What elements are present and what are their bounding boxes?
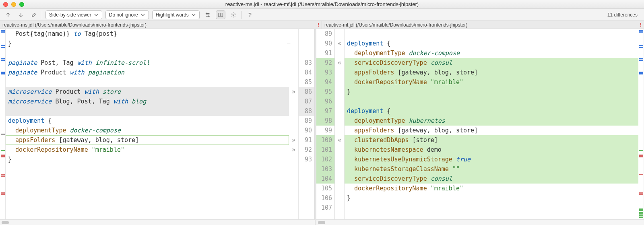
change-marker[interactable] <box>1 174 5 175</box>
right-apply-arrows: ««« <box>335 29 345 219</box>
change-marker[interactable] <box>639 217 643 218</box>
left-editor[interactable]: ⎯ Post{tag(name)} to Tag{post}} paginate… <box>0 29 315 219</box>
change-marker[interactable] <box>1 150 5 151</box>
code-line[interactable]: kubernetesNamespace demo <box>345 145 638 155</box>
code-line[interactable]: } <box>6 39 289 48</box>
scroll-thumb[interactable] <box>2 221 9 224</box>
right-editor[interactable]: 8990919293949596979899100101102103104105… <box>316 29 644 219</box>
change-marker[interactable] <box>639 30 643 31</box>
change-marker[interactable] <box>1 73 5 74</box>
change-marker[interactable] <box>1 155 5 156</box>
code-line[interactable]: deployment { <box>6 116 289 126</box>
change-marker[interactable] <box>1 134 5 135</box>
svg-point-2 <box>233 14 234 16</box>
apply-arrow[interactable]: « <box>335 58 344 68</box>
code-line[interactable]: kubernetesStorageClassName "" <box>345 164 638 174</box>
code-line[interactable]: deployment { <box>345 106 638 116</box>
next-diff-icon[interactable] <box>16 10 26 19</box>
change-marker[interactable] <box>1 156 5 157</box>
apply-arrow[interactable]: « <box>335 39 344 48</box>
help-icon[interactable]: ? <box>245 10 255 19</box>
code-line[interactable]: Post{tag(name)} to Tag{post} <box>6 29 289 39</box>
left-h-scrollbar[interactable] <box>0 219 315 225</box>
change-marker[interactable] <box>639 58 643 59</box>
code-line[interactable]: paginate Product with pagination <box>6 68 289 77</box>
apply-arrow[interactable]: » <box>289 87 298 97</box>
change-marker[interactable] <box>1 60 5 61</box>
code-line[interactable]: deploymentType docker-compose <box>345 48 638 58</box>
change-marker[interactable] <box>1 47 5 48</box>
error-indicator-icon[interactable]: ! <box>640 22 642 28</box>
code-line[interactable]: serviceDiscoveryType consul <box>345 58 638 68</box>
code-line[interactable]: serviceDiscoveryType consul <box>345 174 638 184</box>
change-marker[interactable] <box>639 174 643 175</box>
collapse-unchanged-icon[interactable] <box>203 10 213 19</box>
change-marker[interactable] <box>1 31 5 33</box>
change-marker[interactable] <box>639 72 643 73</box>
apply-arrow[interactable]: » <box>289 135 298 145</box>
change-marker[interactable] <box>1 72 5 73</box>
code-line[interactable]: appsFolders [gateway, blog, store] <box>345 68 638 77</box>
change-marker[interactable] <box>639 215 643 216</box>
code-line[interactable]: microservice Blog, Post, Tag with blog <box>6 97 289 106</box>
view-mode-select[interactable]: Side-by-side viewer <box>45 10 102 19</box>
scroll-thumb[interactable] <box>318 221 325 224</box>
right-h-scrollbar[interactable] <box>316 219 644 225</box>
change-marker[interactable] <box>639 208 643 210</box>
change-marker[interactable] <box>639 73 643 74</box>
code-line[interactable]: microservice Product with store <box>6 87 289 97</box>
change-marker[interactable] <box>639 150 643 151</box>
code-line[interactable]: deploymentType docker-compose <box>6 126 289 135</box>
left-change-strip[interactable] <box>0 29 6 219</box>
prev-diff-icon[interactable] <box>3 10 13 19</box>
code-line[interactable] <box>345 203 638 213</box>
change-marker[interactable] <box>1 175 5 177</box>
code-line[interactable]: } <box>345 193 638 203</box>
change-marker[interactable] <box>1 30 5 31</box>
code-line[interactable] <box>345 97 638 106</box>
change-marker[interactable] <box>1 58 5 59</box>
apply-arrow[interactable]: « <box>335 135 344 145</box>
change-marker[interactable] <box>639 210 643 211</box>
sync-scroll-icon[interactable] <box>216 10 225 19</box>
code-line[interactable]: deployment { <box>345 39 638 48</box>
code-line[interactable]: dockerRepositoryName "mraible" <box>6 145 289 155</box>
change-marker[interactable] <box>639 192 643 194</box>
change-marker[interactable] <box>1 192 5 194</box>
change-marker[interactable] <box>639 194 643 195</box>
change-marker[interactable] <box>639 155 643 156</box>
code-line[interactable]: dockerRepositoryName "mraible" <box>345 77 638 87</box>
code-line[interactable]: kubernetesUseDynamicStorage true <box>345 155 638 164</box>
right-change-strip[interactable] <box>638 29 644 219</box>
code-line[interactable] <box>345 29 638 39</box>
settings-icon[interactable] <box>229 10 238 19</box>
change-marker[interactable] <box>639 212 643 213</box>
apply-arrow[interactable]: » <box>289 145 298 155</box>
change-marker[interactable] <box>639 156 643 157</box>
right-code[interactable]: deployment { deploymentType docker-compo… <box>345 29 638 219</box>
code-line[interactable]: clusteredDbApps [store] <box>345 135 638 145</box>
code-line[interactable]: } <box>6 155 289 164</box>
code-line[interactable]: paginate Post, Tag with infinite-scroll <box>6 58 289 68</box>
ignore-mode-select[interactable]: Do not ignore <box>105 10 149 19</box>
code-line[interactable]: dockerRepositoryName "mraible" <box>345 184 638 193</box>
code-line[interactable] <box>6 48 289 58</box>
change-marker[interactable] <box>639 31 643 33</box>
left-code[interactable]: ⎯ Post{tag(name)} to Tag{post}} paginate… <box>6 29 289 219</box>
highlight-mode-select[interactable]: Highlight words <box>152 10 200 19</box>
error-indicator-icon[interactable]: ! <box>318 22 319 28</box>
change-marker[interactable] <box>1 45 5 46</box>
change-marker[interactable] <box>1 194 5 195</box>
change-marker[interactable] <box>639 60 643 61</box>
code-line[interactable]: appsFolders [gateway, blog, store] <box>6 135 289 145</box>
code-line[interactable]: } <box>345 87 638 97</box>
edit-icon[interactable] <box>29 10 39 19</box>
code-line[interactable]: deploymentType kubernetes <box>345 116 638 126</box>
change-marker[interactable] <box>639 213 643 215</box>
fold-handle-icon[interactable]: ⎯ <box>286 36 291 44</box>
change-marker[interactable] <box>639 45 643 46</box>
code-line[interactable] <box>6 77 289 87</box>
change-marker[interactable] <box>639 47 643 48</box>
code-line[interactable] <box>6 106 289 116</box>
code-line[interactable]: appsFolders [gateway, blog, store] <box>345 126 638 135</box>
